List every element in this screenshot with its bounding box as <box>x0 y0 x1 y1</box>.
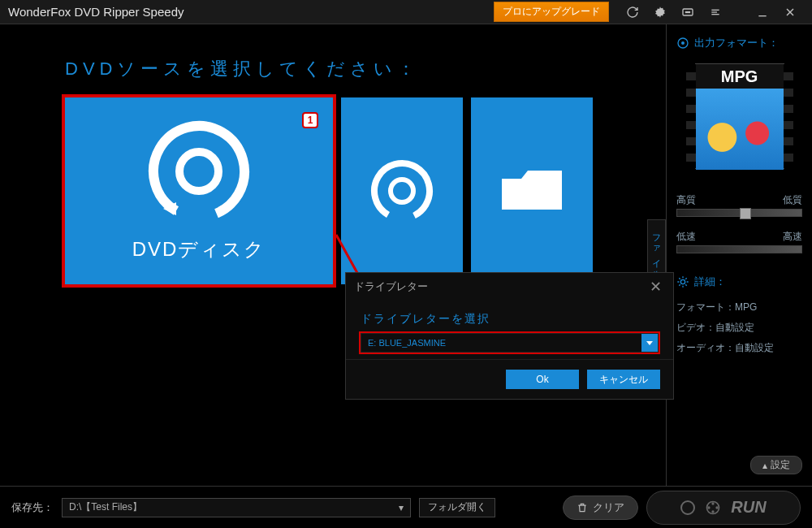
svg-point-24 <box>716 506 719 509</box>
svg-point-3 <box>687 11 688 12</box>
disc-icon <box>680 500 695 515</box>
source-card-dvd-disc[interactable]: 1 DVDディスク <box>65 97 333 284</box>
content-area: DVDソースを選択してください： 1 DVDディスク <box>0 24 666 486</box>
disc-icon <box>134 119 264 233</box>
svg-point-2 <box>685 11 686 12</box>
menu-icon[interactable] <box>705 2 726 23</box>
settings-button-label: 設定 <box>771 458 790 472</box>
output-path-value: D:\【Test Files】 <box>69 500 142 514</box>
detail-audio: オーディオ：自動設定 <box>676 341 802 355</box>
footer: 保存先： D:\【Test Files】 ▾ フォルダ開く クリア RUN <box>0 486 812 528</box>
folder-open-button[interactable]: フォルダ開く <box>419 498 495 517</box>
source-card-iso[interactable] <box>341 97 463 284</box>
svg-point-4 <box>689 11 689 12</box>
chevron-up-icon: ▴ <box>762 460 767 471</box>
run-button[interactable]: RUN <box>646 491 801 525</box>
refresh-icon[interactable] <box>622 2 643 23</box>
disc-small-icon <box>365 154 438 227</box>
convert-icon <box>705 500 721 516</box>
details-label: 詳細： <box>694 275 726 289</box>
dialog-title: ドライブレター <box>354 279 428 294</box>
detail-video: ビデオ：自動設定 <box>676 321 802 335</box>
drive-letter-dialog: ドライブレター ✕ ドライブレターを選択 E: BLUE_JASMINE Ok … <box>345 272 674 400</box>
speed-slider[interactable] <box>676 245 802 253</box>
sidebar: 出力フォマート： MPG 高質 低質 低速 高速 詳細： フォマート：MPG ビ… <box>666 24 812 486</box>
svg-point-11 <box>137 119 261 233</box>
source-heading: DVDソースを選択してください： <box>65 57 658 81</box>
speed-slider-labels: 低速 高速 <box>676 230 802 244</box>
svg-marker-21 <box>646 341 653 345</box>
output-format-label: 出力フォマート： <box>694 36 779 50</box>
format-tile[interactable]: MPG <box>695 63 784 169</box>
close-icon[interactable] <box>780 2 801 23</box>
gear-small-icon <box>676 275 689 288</box>
save-label: 保存先： <box>11 500 54 515</box>
gear-icon[interactable] <box>650 2 671 23</box>
dialog-sublabel: ドライブレターを選択 <box>361 312 659 327</box>
svg-point-14 <box>365 154 438 227</box>
speed-fast-label: 高速 <box>783 230 802 244</box>
folder-icon <box>495 162 568 219</box>
target-icon <box>676 37 689 50</box>
svg-point-15 <box>391 180 413 202</box>
format-illustration <box>696 89 784 170</box>
chevron-down-icon: ▾ <box>399 502 404 513</box>
quality-high-label: 高質 <box>676 193 696 207</box>
source-card-label: DVDディスク <box>132 236 266 262</box>
quality-slider-thumb[interactable] <box>740 208 751 219</box>
quality-slider-labels: 高質 低質 <box>676 193 802 207</box>
upgrade-button[interactable]: プロにアップグレード <box>494 2 609 22</box>
dialog-ok-button[interactable]: Ok <box>506 370 579 389</box>
format-badge: MPG <box>696 64 784 89</box>
app-title: WonderFox DVD Ripper Speedy <box>8 5 494 19</box>
titlebar: WonderFox DVD Ripper Speedy プロにアップグレード <box>0 0 812 24</box>
svg-point-26 <box>708 506 710 509</box>
clear-button-label: クリア <box>593 500 624 515</box>
run-button-label: RUN <box>731 498 766 517</box>
source-card-folder[interactable] <box>471 97 593 284</box>
step-badge: 1 <box>302 112 318 128</box>
drive-letter-select[interactable]: E: BLUE_JASMINE <box>361 333 659 353</box>
svg-point-25 <box>712 510 715 513</box>
svg-point-20 <box>680 279 685 283</box>
quality-slider[interactable] <box>676 209 802 217</box>
svg-point-19 <box>681 41 685 45</box>
detail-format: フォマート：MPG <box>676 301 802 314</box>
settings-button[interactable]: ▴ 設定 <box>750 456 802 474</box>
quality-low-label: 低質 <box>783 193 802 207</box>
minimize-icon[interactable] <box>752 2 773 23</box>
trash-icon <box>577 502 588 513</box>
chevron-down-icon <box>641 334 658 352</box>
speed-slow-label: 低速 <box>676 230 696 244</box>
details-title: 詳細： <box>676 275 802 289</box>
subtitle-icon[interactable] <box>677 2 698 23</box>
clear-button[interactable]: クリア <box>563 496 638 520</box>
dialog-cancel-button[interactable]: キャンセル <box>587 370 660 389</box>
svg-point-23 <box>712 502 715 504</box>
dialog-close-button[interactable]: ✕ <box>646 278 665 296</box>
output-path-field[interactable]: D:\【Test Files】 ▾ <box>62 498 411 517</box>
svg-point-12 <box>179 152 218 191</box>
output-format-title: 出力フォマート： <box>676 36 802 50</box>
drive-letter-selected: E: BLUE_JASMINE <box>368 338 446 348</box>
